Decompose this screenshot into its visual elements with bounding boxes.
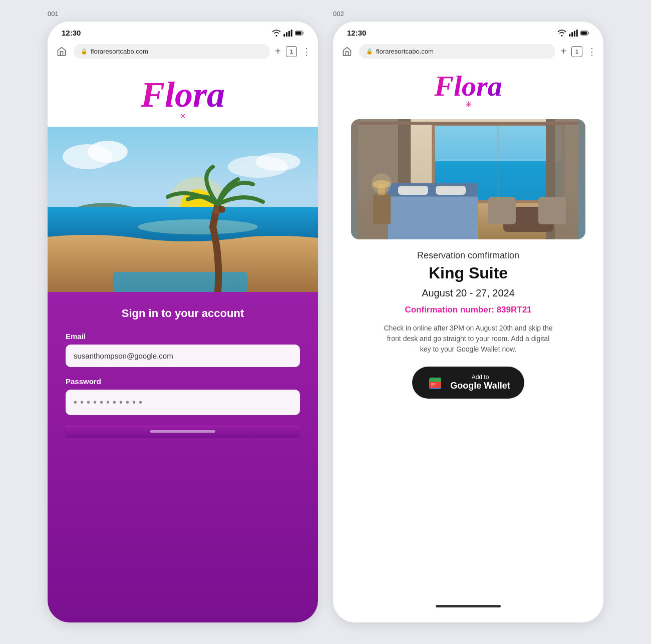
password-input[interactable] <box>66 390 300 415</box>
phone-2-number: 002 <box>333 10 344 18</box>
svg-rect-47 <box>538 197 566 224</box>
battery-icon-2 <box>580 30 589 37</box>
browser-actions-1: + 1 ⋮ <box>275 46 311 57</box>
svg-rect-41 <box>388 197 478 239</box>
svg-rect-55 <box>431 385 434 386</box>
google-wallet-icon <box>426 374 444 392</box>
phone-1-wrapper: 001 12:30 <box>48 10 318 622</box>
battery-icon-1 <box>295 30 304 37</box>
url-bar-1[interactable]: 🔒 floraresortcabo.com <box>74 44 270 59</box>
wallet-text: Add to Google Wallet <box>450 374 510 392</box>
room-name: King Suite <box>429 264 508 282</box>
beach-svg <box>48 127 318 292</box>
status-time-1: 12:30 <box>62 29 81 37</box>
svg-rect-3 <box>291 30 292 37</box>
home-button-2[interactable] <box>340 45 354 59</box>
signal-icon-1 <box>283 30 292 37</box>
svg-rect-2 <box>288 31 290 36</box>
status-bar-1: 12:30 <box>48 22 318 41</box>
svg-point-8 <box>88 141 128 163</box>
svg-rect-23 <box>581 31 587 34</box>
phone-1: 12:30 <box>48 22 318 622</box>
browser-actions-2: + 1 ⋮ <box>560 46 596 57</box>
svg-rect-15 <box>113 272 248 292</box>
svg-rect-19 <box>571 32 573 37</box>
menu-icon-1[interactable]: ⋮ <box>302 46 311 57</box>
beach-image-1 <box>48 127 318 292</box>
svg-point-10 <box>255 153 300 171</box>
browser-bar-2: 🔒 floraresortcabo.com + 1 ⋮ <box>333 41 603 62</box>
password-label: Password <box>66 377 300 386</box>
phone-1-number: 001 <box>48 10 59 18</box>
wallet-add-to: Add to <box>450 374 510 381</box>
svg-rect-1 <box>286 32 287 37</box>
tab-count-1[interactable]: 1 <box>286 46 297 57</box>
svg-rect-54 <box>431 384 436 385</box>
lock-icon-2: 🔒 <box>366 48 373 55</box>
signin-title: Sign in to your account <box>66 307 300 320</box>
tab-count-2[interactable]: 1 <box>571 46 582 57</box>
status-icons-2 <box>557 30 589 37</box>
flora-logo-1: Flora <box>141 77 225 113</box>
phone-1-content: Flora ✳ <box>48 62 318 622</box>
url-bar-2[interactable]: 🔒 floraresortcabo.com <box>359 44 555 59</box>
phone-2-wrapper: 002 12:30 <box>333 10 603 622</box>
flora-logo-2: Flora <box>434 72 502 101</box>
logo-section-2: Flora ✳ <box>434 72 502 109</box>
svg-rect-20 <box>574 31 575 36</box>
room-svg <box>351 119 585 239</box>
menu-icon-2[interactable]: ⋮ <box>587 46 596 57</box>
flora-asterisk-1: ✳ <box>179 111 187 122</box>
browser-bar-1: 🔒 floraresortcabo.com + 1 ⋮ <box>48 41 318 62</box>
svg-rect-46 <box>488 197 516 224</box>
svg-rect-53 <box>430 382 441 388</box>
flora-asterisk-2: ✳ <box>465 100 472 109</box>
status-bar-2: 12:30 <box>333 22 603 41</box>
logo-section-1: Flora ✳ <box>48 62 318 127</box>
svg-rect-40 <box>436 186 466 195</box>
home-button-1[interactable] <box>55 45 69 59</box>
svg-rect-18 <box>569 34 570 36</box>
confirmation-number: Confirmation number: 839RT21 <box>405 305 531 315</box>
reservation-label: Reservation comfirmation <box>417 250 519 261</box>
svg-rect-42 <box>373 194 391 224</box>
wifi-icon-1 <box>272 30 281 37</box>
home-bar-1 <box>150 430 215 433</box>
room-image <box>351 119 585 239</box>
home-indicator-1 <box>66 425 300 438</box>
signal-icon-2 <box>569 30 578 37</box>
email-label: Email <box>66 332 300 341</box>
url-text-2: floraresortcabo.com <box>376 48 434 55</box>
google-wallet-button[interactable]: Add to Google Wallet <box>412 367 524 399</box>
checkin-text: Check in online after 3PM on August 20th… <box>383 323 553 355</box>
signin-section: Sign in to your account Email Password <box>48 292 318 622</box>
lock-icon-1: 🔒 <box>81 48 88 55</box>
svg-point-17 <box>218 206 225 213</box>
home-indicator-2 <box>436 595 501 607</box>
status-time-2: 12:30 <box>347 29 366 37</box>
phone-2: 12:30 <box>333 22 603 622</box>
url-text-1: floraresortcabo.com <box>91 48 148 55</box>
svg-rect-21 <box>576 30 578 37</box>
svg-rect-36 <box>358 122 578 125</box>
svg-rect-31 <box>435 126 562 161</box>
wallet-name: Google Wallet <box>450 381 510 392</box>
add-tab-icon-1[interactable]: + <box>275 46 281 57</box>
svg-rect-39 <box>398 186 428 195</box>
svg-rect-5 <box>295 31 301 34</box>
email-input[interactable] <box>66 345 300 367</box>
add-tab-icon-2[interactable]: + <box>560 46 566 57</box>
phone-2-content: Flora ✳ <box>333 62 603 622</box>
home-bar-2 <box>436 605 501 607</box>
dates: August 20 - 27, 2024 <box>422 287 515 299</box>
svg-point-48 <box>372 173 392 193</box>
svg-rect-0 <box>283 34 285 36</box>
wifi-icon-2 <box>557 30 566 37</box>
status-icons-1 <box>272 30 304 37</box>
svg-point-14 <box>138 219 258 234</box>
